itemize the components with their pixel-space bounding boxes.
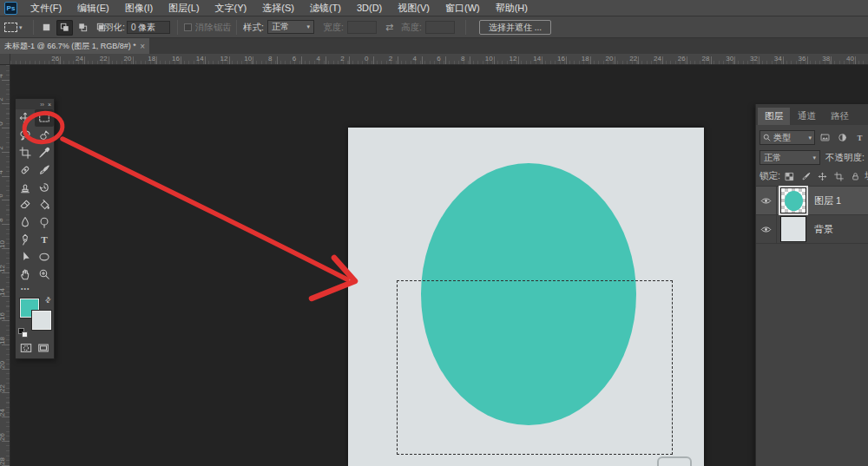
quick-select-tool[interactable] <box>35 127 54 144</box>
close-tab-icon[interactable]: × <box>140 42 145 51</box>
ruler-number: 14 <box>533 55 541 62</box>
menu-item[interactable]: 编辑(E) <box>69 0 117 16</box>
history-brush-tool[interactable] <box>35 179 54 196</box>
ruler-number: 0 <box>0 121 4 125</box>
ruler-tick <box>807 56 808 64</box>
add-to-selection-button[interactable] <box>56 20 73 36</box>
clone-stamp-tool[interactable] <box>16 179 35 196</box>
marquee-selection-rectangle[interactable] <box>397 280 673 455</box>
feather-input[interactable] <box>127 21 170 34</box>
quick-mask-mode-icon[interactable] <box>20 342 32 354</box>
ruler-tick <box>2 296 10 297</box>
picture-icon[interactable] <box>820 133 830 142</box>
ruler-tick <box>711 56 712 64</box>
select-and-mask-button[interactable]: 选择并遮住 ... <box>479 20 551 35</box>
tools-panel: ›› × T ••• ⇄ <box>15 98 55 359</box>
ruler-tick <box>734 56 735 64</box>
ruler-number: 4 <box>0 74 4 77</box>
style-dropdown[interactable]: 正常▾ <box>267 20 314 34</box>
menu-item[interactable]: 图像(I) <box>117 0 161 16</box>
layer-thumbnail[interactable] <box>780 187 806 213</box>
type-tool[interactable]: T <box>35 231 54 248</box>
default-colors-icon[interactable] <box>18 328 28 338</box>
menu-item[interactable]: 3D(D) <box>349 0 390 16</box>
healing-tool[interactable] <box>16 161 35 179</box>
ruler-number: 10 <box>485 55 493 62</box>
tool-preset-picker[interactable]: ▾ <box>4 16 23 38</box>
ruler-origin-corner[interactable] <box>0 54 10 65</box>
screen-mode-icon[interactable] <box>37 342 49 354</box>
panel-tab-路径[interactable]: 路径 <box>824 108 856 125</box>
zoom-tool[interactable] <box>35 266 54 283</box>
lasso-tool[interactable] <box>16 127 35 144</box>
lock-position-icon[interactable] <box>818 172 827 181</box>
panel-tab-图层[interactable]: 图层 <box>758 108 790 125</box>
eyedropper-tool[interactable] <box>35 144 54 161</box>
layer-visibility-eye-icon[interactable] <box>756 187 777 214</box>
ruler-number: 4 <box>0 170 4 174</box>
menu-item[interactable]: 窗口(W) <box>437 0 488 16</box>
layer-row[interactable]: 背景 <box>756 215 868 244</box>
height-input[interactable] <box>425 21 455 34</box>
lock-transparent-icon[interactable] <box>785 172 794 181</box>
more-tools-icon[interactable]: ••• <box>16 283 54 293</box>
lock-pixels-icon[interactable] <box>801 172 811 181</box>
close-panel-icon[interactable]: × <box>48 102 51 108</box>
filter-label: 类型 <box>773 132 806 144</box>
swap-colors-icon[interactable]: ⇄ <box>43 295 53 305</box>
eraser-tool[interactable] <box>16 196 35 213</box>
collapse-panel-icon[interactable]: ›› <box>40 102 44 108</box>
ruler-tick <box>301 56 302 64</box>
type-tool-icon[interactable]: T <box>855 133 865 142</box>
layer-row[interactable]: 图层 1 <box>756 187 868 215</box>
annotation-arrow-shaft <box>62 139 347 279</box>
blur-tool[interactable] <box>16 213 35 231</box>
ruler-number: 40 <box>846 55 854 62</box>
document-tab[interactable]: 未标题-1 @ 66.7% (图层 1, RGB/8#) * × <box>0 38 149 54</box>
ruler-number: 18 <box>582 55 589 62</box>
ruler-number: 8 <box>461 55 464 62</box>
ellipse-shape-tool[interactable] <box>35 248 54 266</box>
crop-tool[interactable] <box>16 144 35 161</box>
swap-dimensions-icon[interactable]: ⇄ <box>385 16 393 38</box>
ruler-number: 6 <box>293 55 296 62</box>
antialias-checkbox[interactable] <box>184 23 192 31</box>
menu-item[interactable]: 文字(Y) <box>207 0 255 16</box>
layer-thumbnail[interactable] <box>780 216 806 242</box>
ruler-tick <box>2 248 10 249</box>
background-color-swatch[interactable] <box>32 311 51 330</box>
panel-tab-通道[interactable]: 通道 <box>791 108 823 125</box>
ruler-tick <box>108 56 109 64</box>
pen-tool[interactable] <box>16 231 35 248</box>
width-input[interactable] <box>347 21 377 34</box>
lock-all-icon[interactable] <box>851 172 860 181</box>
menu-item[interactable]: 视图(V) <box>390 0 437 16</box>
document-canvas[interactable] <box>348 128 704 466</box>
subtract-from-selection-button[interactable] <box>75 20 91 36</box>
layer-visibility-eye-icon[interactable] <box>756 215 777 243</box>
move-tool[interactable] <box>16 109 35 127</box>
lock-artboard-icon[interactable] <box>834 172 844 181</box>
ruler-number: 24 <box>654 55 661 62</box>
dodge-tool[interactable] <box>35 213 54 231</box>
menu-item[interactable]: 帮助(H) <box>488 0 536 16</box>
ruler-number: 12 <box>220 55 228 62</box>
menu-item[interactable]: 图层(L) <box>161 0 207 16</box>
brush-tool[interactable] <box>35 161 54 179</box>
hand-tool[interactable] <box>16 266 35 283</box>
path-select-tool[interactable] <box>16 248 35 266</box>
ruler-number: 6 <box>0 194 4 198</box>
blend-mode-dropdown[interactable]: 正常▾ <box>760 150 820 165</box>
menu-item[interactable]: 滤镜(T) <box>302 0 349 16</box>
menu-item[interactable]: 选择(S) <box>254 0 302 16</box>
layer-filter-dropdown[interactable]: 类型 ▾ <box>760 130 815 145</box>
new-selection-button[interactable] <box>38 20 55 36</box>
vertical-ruler[interactable]: 420246810121416182022242628 <box>0 65 10 466</box>
rect-marquee-tool[interactable] <box>35 109 54 127</box>
paint-bucket-tool[interactable] <box>35 196 54 213</box>
menu-item[interactable]: 文件(F) <box>23 0 69 16</box>
adjustment-icon[interactable] <box>838 133 847 142</box>
ruler-number: 8 <box>0 218 4 221</box>
horizontal-ruler[interactable]: 2624222018161412108642024681012141618202… <box>10 54 868 65</box>
ruler-number: 20 <box>606 55 614 62</box>
